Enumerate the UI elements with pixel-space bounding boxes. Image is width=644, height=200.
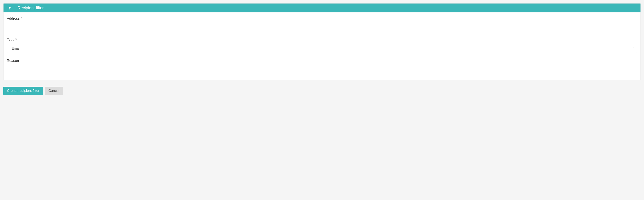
panel-title: Recipient filter xyxy=(18,6,44,10)
type-select-wrapper: Email xyxy=(7,44,637,53)
type-label: Type * xyxy=(7,38,637,42)
type-select[interactable]: Email xyxy=(7,44,637,53)
panel-body: Address * Type * Email Reason xyxy=(4,13,640,80)
address-input[interactable] xyxy=(7,23,637,32)
filter-icon xyxy=(7,6,12,10)
recipient-filter-panel: Recipient filter Address * Type * Email … xyxy=(3,3,641,80)
reason-group: Reason xyxy=(7,59,637,74)
create-recipient-filter-button[interactable]: Create recipient filter xyxy=(3,87,43,95)
reason-label: Reason xyxy=(7,59,637,63)
panel-header: Recipient filter xyxy=(4,4,640,13)
reason-input[interactable] xyxy=(7,65,637,74)
cancel-button[interactable]: Cancel xyxy=(45,87,63,95)
form-actions: Create recipient filter Cancel xyxy=(3,87,641,95)
address-group: Address * xyxy=(7,17,637,32)
type-group: Type * Email xyxy=(7,38,637,53)
address-label: Address * xyxy=(7,17,637,21)
